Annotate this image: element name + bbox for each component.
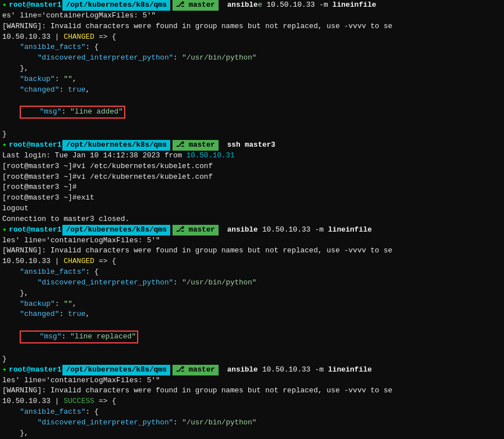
line-4-1: les' line='containerLogMaxFiles: 5'" [0,375,504,386]
line-1-8: "changed": true, [0,85,504,96]
prompt-user-1: root@master1 [9,0,62,11]
line-1-6: }, [0,64,504,74]
prompt-path-2: /opt/kubernetes/k8s/qms [62,140,170,151]
line-2-2: [root@master3 ~]#vi /etc/kubernetes/kube… [0,161,504,172]
prompt-branch-2: ⎇ master [172,140,219,151]
line-2-5: [root@master3 ~]#exit [0,193,504,203]
line-2-4: [root@master3 ~]# [0,182,504,193]
prompt-cmd-1: ansiblee 10.50.10.33 -m lineinfile [223,0,376,11]
prompt-line-2: ✦ root@master1 /opt/kubernetes/k8s/qms ⎇… [0,140,504,151]
prompt-path-4: /opt/kubernetes/k8s/qms [62,365,170,375]
line-4-5: "discovered_interpreter_python": "/usr/b… [0,418,504,428]
line-4-2: [WARNING]: Invalid characters were found… [0,386,504,396]
line-3-highlighted: "msg": "line replaced" [0,320,504,354]
line-1-4: "ansible_facts": { [0,42,504,53]
line-3-3: 10.50.10.33 | CHANGED => { [0,256,504,267]
line-2-3: [root@master3 ~]#vi /etc/kubernetes/kube… [0,172,504,183]
line-1-2: [WARNING]: Invalid characters were found… [0,21,504,32]
line-3-7: "backup": "", [0,299,504,310]
line-3-6: }, [0,288,504,299]
prompt-symbol-1: ✦ [2,0,7,11]
prompt-symbol-3: ✦ [2,225,7,236]
line-2-7: Connection to master3 closed. [0,214,504,225]
line-3-1: les' line='containerLogMaxFiles: 5'" [0,236,504,246]
line-1-close: } [0,129,504,140]
line-3-2: [WARNING]: Invalid characters were found… [0,246,504,256]
line-4-4: "ansible_facts": { [0,407,504,418]
prompt-user-3: root@master1 [9,225,62,236]
line-3-8: "changed": true, [0,309,504,320]
terminal-window: ✦ root@master1 /opt/kubernetes/k8s/qms ⎇… [0,0,504,439]
prompt-symbol-2: ✦ [2,140,7,151]
prompt-path-3: /opt/kubernetes/k8s/qms [62,225,170,236]
prompt-user-2: root@master1 [9,140,62,151]
prompt-path-1: /opt/kubernetes/k8s/qms [62,0,170,11]
prompt-line-4: ✦ root@master1 /opt/kubernetes/k8s/qms ⎇… [0,365,504,375]
prompt-cmd-2: ssh master3 [223,140,276,151]
line-2-6: logout [0,203,504,214]
prompt-line-3: ✦ root@master1 /opt/kubernetes/k8s/qms ⎇… [0,225,504,236]
prompt-symbol-4: ✦ [2,365,7,375]
line-1-1: es' line='containerLogMaxFiles: 5'" [0,11,504,21]
line-1-highlighted: "msg": "line added" [0,96,504,130]
prompt-branch-3: ⎇ master [172,225,219,236]
line-3-5: "discovered_interpreter_python": "/usr/b… [0,278,504,288]
line-4-6: }, [0,428,504,439]
line-3-4: "ansible_facts": { [0,267,504,278]
prompt-branch-4: ⎇ master [172,365,219,375]
prompt-user-4: root@master1 [9,365,62,375]
line-2-1: Last login: Tue Jan 10 14:12:38 2023 fro… [0,151,504,161]
line-1-7: "backup": "", [0,74,504,85]
line-4-3: 10.50.10.33 | SUCCESS => { [0,396,504,407]
prompt-cmd-4: ansible 10.50.10.33 -m lineinfile [223,365,372,375]
prompt-cmd-3: ansible 10.50.10.33 -m lineinfile [223,225,372,236]
line-1-5: "discovered_interpreter_python": "/usr/b… [0,53,504,64]
line-3-close: } [0,354,504,365]
prompt-line-1: ✦ root@master1 /opt/kubernetes/k8s/qms ⎇… [0,0,504,11]
line-1-3: 10.50.10.33 | CHANGED => { [0,32,504,43]
prompt-branch-1: ⎇ master [172,0,219,11]
